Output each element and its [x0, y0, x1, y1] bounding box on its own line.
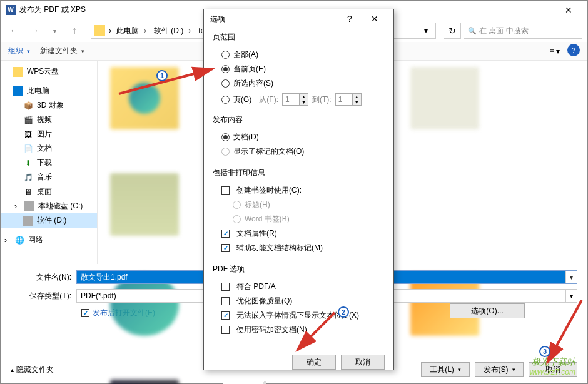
drive-icon: [23, 216, 33, 226]
options-title-bar: 选项 ? ✕: [204, 9, 393, 28]
sidebar-item-downloads[interactable]: 下载: [1, 156, 97, 170]
search-input[interactable]: 在 桌面 中搜索: [464, 23, 582, 39]
radio-word-bookmarks: [233, 215, 241, 223]
close-button[interactable]: ✕: [362, 10, 387, 28]
sidebar-item-3d[interactable]: 3D 对象: [1, 98, 97, 113]
to-page-spinner[interactable]: 1▲▼: [335, 93, 362, 106]
savetype-label: 保存类型(T):: [11, 291, 76, 301]
sidebar-item-desktop[interactable]: 桌面: [1, 184, 97, 199]
sidebar-item-video[interactable]: 视频: [1, 113, 97, 127]
expand-icon[interactable]: ›: [4, 236, 11, 245]
breadcrumb-item[interactable]: 此电脑: [113, 26, 150, 36]
window-buttons: ✕: [554, 1, 582, 19]
sidebar-item-pc[interactable]: 此电脑: [1, 84, 97, 98]
forward-button[interactable]: [26, 22, 43, 39]
history-dropdown[interactable]: [46, 22, 63, 39]
spinner-down[interactable]: ▼: [353, 99, 361, 105]
from-page-spinner[interactable]: 1▲▼: [282, 93, 308, 106]
video-icon: [23, 115, 33, 125]
up-button[interactable]: [66, 22, 83, 39]
help-button[interactable]: ?: [567, 44, 580, 56]
svg-line-1: [119, 69, 213, 94]
new-folder-button[interactable]: 新建文件夹: [40, 46, 84, 56]
radio-document[interactable]: [221, 133, 230, 141]
monitor-icon: [13, 86, 23, 96]
svg-line-5: [547, 300, 582, 363]
radio-headings: [233, 201, 241, 209]
checkbox-doc-props[interactable]: [221, 230, 230, 238]
sidebar-item-docs[interactable]: 文档: [1, 141, 97, 156]
cancel-button[interactable]: 取消: [341, 355, 385, 370]
search-placeholder: 在 桌面 中搜索: [479, 26, 529, 36]
folder-icon: [13, 67, 23, 77]
expand-icon[interactable]: ›: [14, 202, 21, 211]
picture-icon: [23, 129, 33, 139]
page-range-section: 页范围 全部(A) 当前页(E) 所选内容(S) 页(G) 从(F): 1▲▼ …: [213, 32, 385, 106]
download-icon: [23, 158, 33, 168]
document-icon: [23, 144, 33, 154]
spinner-up[interactable]: ▲: [353, 94, 361, 99]
organize-menu[interactable]: 组织: [8, 46, 30, 56]
music-icon: [23, 173, 33, 183]
tools-button[interactable]: 工具(L): [421, 362, 470, 377]
sidebar-item-wps[interactable]: WPS云盘: [1, 64, 97, 79]
search-icon: [468, 26, 479, 35]
filename-label: 文件名(N):: [11, 272, 76, 283]
sidebar: WPS云盘 此电脑 3D 对象 视频 图片 文档 下载 音乐 桌面 ›本地磁盘 …: [1, 61, 98, 264]
drive-icon: [24, 201, 34, 211]
network-icon: [14, 235, 24, 245]
3d-icon: [23, 101, 33, 111]
sidebar-item-drive-c[interactable]: ›本地磁盘 (C:): [1, 199, 97, 213]
spinner-up[interactable]: ▲: [300, 94, 308, 99]
folder-icon: [94, 25, 105, 36]
radio-marked-up: [221, 148, 230, 156]
breadcrumb-dropdown[interactable]: ▾: [419, 26, 433, 35]
checkbox-pdfa[interactable]: [221, 283, 230, 291]
checkbox-bookmarks[interactable]: [221, 186, 230, 195]
publish-button[interactable]: 发布(S): [475, 362, 524, 377]
close-button[interactable]: ✕: [554, 1, 582, 19]
hide-folders-toggle[interactable]: 隐藏文件夹: [11, 365, 54, 375]
arrow-annotation-3: [544, 294, 588, 369]
back-button[interactable]: [6, 22, 23, 39]
view-mode-button[interactable]: ≡ ▾: [547, 44, 562, 59]
sidebar-item-music[interactable]: 音乐: [1, 170, 97, 184]
file-item[interactable]: [404, 67, 485, 154]
nonprint-section: 包括非打印信息 创建书签时使用(C): 标题(H) Word 书签(B) 文档属…: [213, 168, 385, 255]
file-item[interactable]: [104, 273, 185, 361]
radio-all[interactable]: [221, 51, 230, 59]
word-icon: W: [6, 5, 16, 15]
sidebar-item-network[interactable]: ›网络: [1, 233, 97, 247]
ok-button[interactable]: 确定: [292, 355, 336, 370]
spinner-down[interactable]: ▼: [300, 99, 308, 105]
checkbox-accessibility[interactable]: [221, 244, 230, 252]
desktop-icon: [23, 187, 33, 197]
arrow-annotation-1: [113, 63, 225, 97]
sidebar-item-pictures[interactable]: 图片: [1, 127, 97, 141]
open-after-checkbox[interactable]: [81, 309, 89, 317]
sidebar-item-drive-d[interactable]: 软件 (D:): [1, 213, 97, 228]
breadcrumb-item[interactable]: 软件 (D:): [150, 26, 195, 36]
options-button[interactable]: 选项(O)...: [450, 303, 525, 318]
options-title: 选项: [210, 14, 337, 24]
file-item[interactable]: [104, 173, 185, 261]
checkbox-bitmap-text[interactable]: [221, 311, 230, 320]
chevron-down-icon[interactable]: [565, 271, 577, 283]
refresh-button[interactable]: [444, 23, 461, 39]
publish-content-section: 发布内容 文档(D) 显示了标记的文档(O): [213, 114, 385, 159]
help-button[interactable]: ?: [337, 10, 362, 28]
svg-line-3: [297, 313, 335, 350]
checkbox-encrypt[interactable]: [221, 326, 230, 334]
arrow-annotation-2: [278, 306, 341, 356]
checkbox-image-quality[interactable]: [221, 297, 230, 305]
